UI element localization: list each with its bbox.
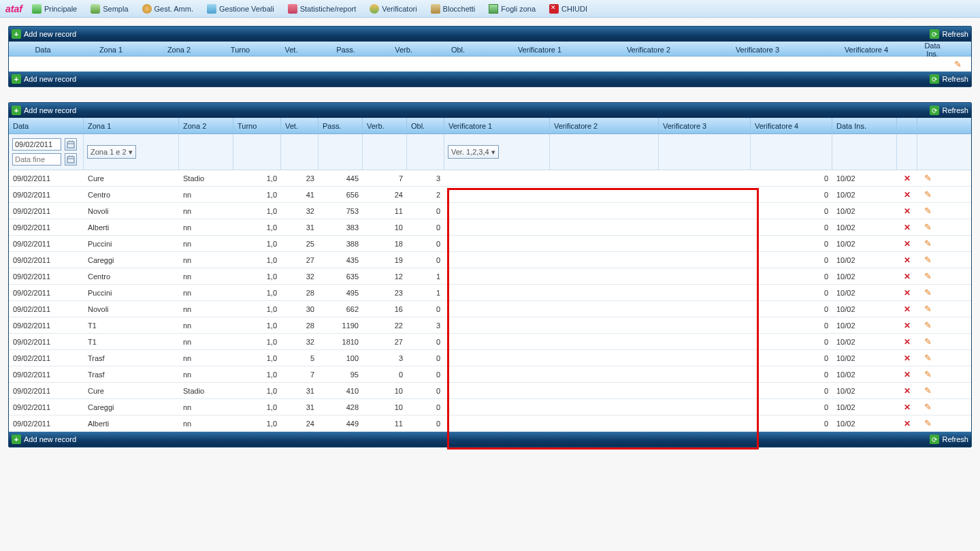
calendar-button[interactable] [65, 138, 77, 151]
col-data[interactable]: Data [9, 46, 77, 54]
col-zona1[interactable]: Zona 1 [84, 118, 179, 133]
cell-verb: 3 [363, 350, 407, 366]
col-datains[interactable]: Data Ins. [832, 118, 897, 133]
verificatore-filter-dropdown[interactable]: Ver. 1,2,3,4 ▾ [448, 145, 499, 159]
table-row[interactable]: 09/02/2011Albertinn1,024449110010/02✕✎ [9, 415, 971, 432]
col-ver1[interactable]: Verificatore 1 [444, 118, 550, 133]
table-row[interactable]: 09/02/2011Puccininn1,028495231010/02✕✎ [9, 285, 971, 301]
edit-row-button[interactable]: ✎ [944, 59, 971, 69]
delete-row-button[interactable]: ✕ [897, 285, 917, 300]
menu-chiudi[interactable]: CHIUDI [544, 2, 593, 16]
col-zona2[interactable]: Zona 2 [145, 46, 213, 54]
delete-row-button[interactable]: ✕ [897, 334, 917, 349]
delete-row-button[interactable]: ✕ [897, 219, 917, 235]
menu-verificatori[interactable]: Verificatori [364, 2, 422, 16]
edit-row-button[interactable]: ✎ [917, 317, 938, 333]
edit-row-button[interactable]: ✎ [917, 334, 938, 349]
delete-row-button[interactable]: ✕ [897, 187, 917, 202]
table-row[interactable]: 09/02/2011Centronn1,032635121010/02✕✎ [9, 268, 971, 285]
delete-row-button[interactable]: ✕ [897, 383, 917, 398]
col-zona1[interactable]: Zona 1 [77, 46, 145, 54]
table-row[interactable]: 09/02/2011Trasfnn1,0510030010/02✕✎ [9, 350, 971, 366]
col-obl[interactable]: Obl. [431, 46, 485, 54]
delete-row-button[interactable]: ✕ [897, 268, 917, 284]
col-data[interactable]: Data [9, 118, 84, 133]
edit-row-button[interactable]: ✎ [917, 219, 938, 235]
delete-row-button[interactable]: ✕ [897, 252, 917, 268]
table-row[interactable]: 09/02/2011Trasfnn1,079500010/02✕✎ [9, 366, 971, 383]
menu-sempla[interactable]: Sempla [85, 2, 133, 16]
table-row[interactable]: 09/02/2011CureStadio1,02344573010/02✕✎ [9, 170, 971, 187]
col-obl[interactable]: Obl. [407, 118, 444, 133]
col-ver2[interactable]: Verificatore 2 [550, 118, 659, 133]
table-row[interactable]: 09/02/2011Novolinn1,032753110010/02✕✎ [9, 203, 971, 219]
edit-row-button[interactable]: ✎ [917, 383, 938, 398]
col-ver4[interactable]: Verificatore 4 [812, 46, 921, 54]
col-zona2[interactable]: Zona 2 [179, 118, 233, 133]
delete-row-button[interactable]: ✕ [897, 317, 917, 333]
col-turno[interactable]: Turno [233, 118, 281, 133]
delete-row-button[interactable]: ✕ [897, 399, 917, 415]
menu-principale[interactable]: Principale [27, 2, 82, 16]
table-row[interactable]: 09/02/2011Centronn1,041656242010/02✕✎ [9, 187, 971, 203]
menu-gestione-verbali[interactable]: Gestione Verbali [201, 2, 280, 16]
menu-fogli-zona[interactable]: Fogli zona [483, 2, 541, 16]
edit-row-button[interactable]: ✎ [917, 268, 938, 284]
menu-statistiche[interactable]: Statistiche/report [282, 2, 362, 16]
refresh-button[interactable]: ⟳ Refresh [930, 74, 968, 84]
delete-row-button[interactable]: ✕ [897, 301, 917, 317]
col-verb[interactable]: Verb. [363, 118, 407, 133]
table-row[interactable]: 09/02/2011T1nn1,0281190223010/02✕✎ [9, 317, 971, 334]
edit-row-button[interactable]: ✎ [917, 350, 938, 366]
delete-row-button[interactable]: ✕ [897, 170, 917, 186]
menu-blocchetti[interactable]: Blocchetti [425, 2, 481, 16]
delete-row-button[interactable]: ✕ [897, 350, 917, 366]
menu-gest-amm[interactable]: Gest. Amm. [137, 2, 199, 16]
zona-filter-dropdown[interactable]: Zona 1 e 2 ▾ [87, 145, 136, 159]
refresh-button[interactable]: ⟳ Refresh [930, 29, 968, 39]
add-record-button[interactable]: + Add new record [12, 435, 76, 444]
col-pass[interactable]: Pass. [315, 46, 376, 54]
date-end-input[interactable] [12, 153, 61, 166]
delete-row-button[interactable]: ✕ [897, 415, 917, 431]
edit-row-button[interactable]: ✎ [917, 366, 938, 382]
col-pass[interactable]: Pass. [318, 118, 363, 133]
edit-row-button[interactable]: ✎ [917, 170, 938, 186]
table-row[interactable]: 09/02/2011CureStadio1,031410100010/02✕✎ [9, 383, 971, 399]
add-record-button[interactable]: + Add new record [12, 74, 76, 84]
delete-row-button[interactable]: ✕ [897, 366, 917, 382]
calendar-button[interactable] [65, 153, 77, 166]
col-vet[interactable]: Vet. [281, 118, 318, 133]
edit-row-button[interactable]: ✎ [917, 399, 938, 415]
col-ver2[interactable]: Verificatore 2 [594, 46, 703, 54]
table-row[interactable]: 09/02/2011Novolinn1,030662160010/02✕✎ [9, 301, 971, 317]
col-ver4[interactable]: Verificatore 4 [751, 118, 832, 133]
date-start-input[interactable] [12, 138, 61, 151]
table-row[interactable]: 09/02/2011Caregginn1,027435190010/02✕✎ [9, 252, 971, 268]
table-row[interactable]: 09/02/2011Puccininn1,025388180010/02✕✎ [9, 236, 971, 252]
edit-row-button[interactable]: ✎ [917, 187, 938, 202]
delete-row-button[interactable]: ✕ [897, 203, 917, 219]
col-ver3[interactable]: Verificatore 3 [659, 118, 751, 133]
table-row[interactable]: 09/02/2011Albertinn1,031383100010/02✕✎ [9, 219, 971, 236]
col-ver1[interactable]: Verificatore 1 [485, 46, 594, 54]
edit-row-button[interactable]: ✎ [917, 203, 938, 219]
edit-row-button[interactable]: ✎ [917, 236, 938, 251]
table-row[interactable]: 09/02/2011Caregginn1,031428100010/02✕✎ [9, 399, 971, 415]
delete-row-button[interactable]: ✕ [897, 236, 917, 251]
col-vet[interactable]: Vet. [267, 46, 315, 54]
cell-pass: 1190 [318, 317, 363, 333]
refresh-button[interactable]: ⟳ Refresh [930, 435, 968, 444]
col-verb[interactable]: Verb. [376, 46, 431, 54]
edit-row-button[interactable]: ✎ [917, 301, 938, 317]
add-record-button[interactable]: + Add new record [12, 29, 76, 39]
edit-row-button[interactable]: ✎ [917, 252, 938, 268]
col-ver3[interactable]: Verificatore 3 [703, 46, 812, 54]
col-datains[interactable]: Data Ins. [921, 42, 944, 58]
col-turno[interactable]: Turno [213, 46, 267, 54]
refresh-button[interactable]: ⟳ Refresh [930, 106, 968, 115]
edit-row-button[interactable]: ✎ [917, 285, 938, 300]
edit-row-button[interactable]: ✎ [917, 415, 938, 431]
add-record-button[interactable]: + Add new record [12, 106, 76, 115]
table-row[interactable]: 09/02/2011T1nn1,0321810270010/02✕✎ [9, 334, 971, 350]
